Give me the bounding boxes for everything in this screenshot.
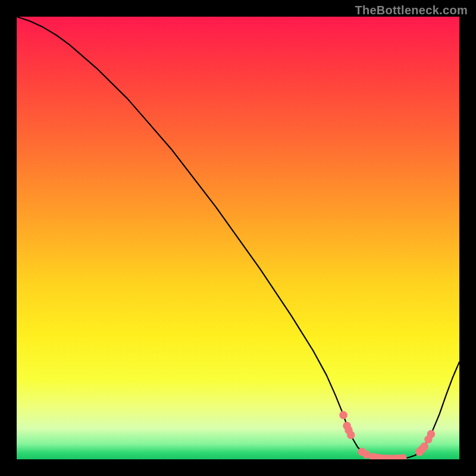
- data-dot: [347, 431, 355, 439]
- data-dot: [427, 430, 436, 439]
- data-dot: [420, 443, 428, 451]
- watermark-text: TheBottleneck.com: [355, 4, 468, 17]
- chart-frame: [0, 459, 476, 476]
- chart-frame: [459, 0, 476, 476]
- chart-svg: [0, 0, 476, 476]
- data-dot: [339, 411, 347, 419]
- bottleneck-chart: TheBottleneck.com: [0, 0, 476, 476]
- chart-frame: [0, 0, 17, 476]
